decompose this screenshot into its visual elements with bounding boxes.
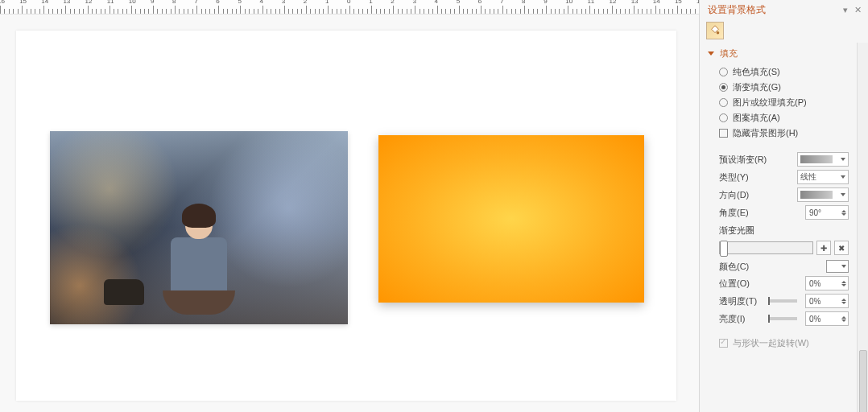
radio-icon bbox=[719, 113, 728, 122]
chevron-down-icon bbox=[841, 265, 846, 268]
remove-stop-button[interactable]: ✖ bbox=[834, 241, 849, 255]
gradient-controls: 预设渐变(R) 类型(Y) 线性 方向(D) 角度(E) 90° bbox=[700, 146, 857, 332]
up-icon bbox=[841, 210, 846, 212]
panel-header-buttons: ▾ ✕ bbox=[843, 5, 862, 15]
panel-close-icon[interactable]: ✕ bbox=[854, 5, 862, 15]
down-icon bbox=[841, 302, 846, 304]
position-spinner[interactable]: 0% bbox=[805, 276, 849, 290]
horizontal-ruler: 1615141312111098765432101234567891011121… bbox=[0, 0, 699, 14]
preset-label: 预设渐变(R) bbox=[719, 154, 792, 166]
rotate-label: 与形状一起旋转(W) bbox=[733, 337, 809, 349]
stops-label: 渐变光圈 bbox=[719, 223, 849, 238]
fill-tab-row bbox=[700, 19, 868, 43]
preset-swatch bbox=[800, 155, 833, 163]
bag-shape bbox=[104, 279, 144, 305]
brightness-slider[interactable] bbox=[768, 317, 797, 320]
preset-row: 预设渐变(R) bbox=[719, 152, 849, 167]
radio-icon bbox=[719, 83, 728, 92]
direction-swatch bbox=[800, 191, 833, 199]
down-icon bbox=[841, 319, 846, 322]
direction-row: 方向(D) bbox=[719, 187, 849, 202]
fill-section-header[interactable]: 填充 bbox=[700, 43, 857, 63]
checkbox-icon bbox=[719, 129, 728, 138]
gradient-stops-row: ✚ ✖ bbox=[719, 241, 849, 255]
color-row: 颜色(C) bbox=[719, 260, 849, 273]
fill-options: 纯色填充(S) 渐变填充(G) 图片或纹理填充(P) 图案填充(A) 隐藏背景图… bbox=[700, 63, 857, 146]
transparency-value: 0% bbox=[809, 297, 820, 306]
option-label: 渐变填充(G) bbox=[733, 81, 781, 93]
down-icon bbox=[841, 284, 846, 286]
color-label: 颜色(C) bbox=[719, 261, 821, 273]
type-value: 线性 bbox=[800, 171, 816, 183]
chevron-down-icon bbox=[841, 158, 845, 161]
option-solid-fill[interactable]: 纯色填充(S) bbox=[719, 64, 847, 80]
slide[interactable] bbox=[16, 31, 676, 401]
panel-inner: 填充 纯色填充(S) 渐变填充(G) 图片或纹理填充(P) 图案填充(A) 隐藏… bbox=[700, 43, 857, 412]
type-label: 类型(Y) bbox=[719, 171, 792, 183]
legs bbox=[163, 290, 235, 315]
scrollbar-thumb[interactable] bbox=[859, 350, 867, 412]
panel-title: 设置背景格式 bbox=[708, 3, 766, 17]
angle-value: 90° bbox=[809, 208, 821, 217]
canvas-area: 1615141312111098765432101234567891011121… bbox=[0, 0, 699, 412]
angle-spinner[interactable]: 90° bbox=[805, 205, 849, 220]
spinner-buttons[interactable] bbox=[841, 210, 846, 216]
rotate-with-shape-row[interactable]: 与形状一起旋转(W) bbox=[700, 332, 857, 352]
option-label: 隐藏背景图形(H) bbox=[733, 127, 798, 139]
slide-viewport[interactable] bbox=[0, 14, 699, 412]
option-hide-bg[interactable]: 隐藏背景图形(H) bbox=[719, 126, 847, 141]
position-value: 0% bbox=[809, 279, 820, 288]
gradient-rectangle[interactable] bbox=[378, 135, 644, 303]
up-icon bbox=[841, 281, 846, 283]
chevron-down-icon bbox=[841, 193, 845, 196]
spinner-buttons[interactable] bbox=[841, 316, 846, 322]
preset-dropdown[interactable] bbox=[797, 152, 849, 167]
brightness-row: 亮度(I) 0% bbox=[719, 311, 849, 326]
app-root: 1615141312111098765432101234567891011121… bbox=[0, 0, 868, 412]
transparency-slider[interactable] bbox=[768, 299, 797, 303]
brightness-label: 亮度(I) bbox=[719, 313, 760, 325]
hair bbox=[182, 204, 216, 228]
transparency-row: 透明度(T) 0% bbox=[719, 294, 849, 308]
option-label: 纯色填充(S) bbox=[733, 66, 780, 78]
photo-image[interactable] bbox=[50, 131, 348, 324]
option-gradient-fill[interactable]: 渐变填充(G) bbox=[719, 80, 847, 95]
color-picker[interactable] bbox=[826, 260, 849, 273]
svg-point-0 bbox=[717, 31, 720, 35]
panel-menu-icon[interactable]: ▾ bbox=[843, 5, 848, 15]
fill-section-label: 填充 bbox=[720, 48, 738, 58]
chevron-down-icon bbox=[841, 175, 845, 179]
head bbox=[185, 208, 213, 239]
spinner-buttons[interactable] bbox=[841, 281, 846, 286]
panel-header: 设置背景格式 ▾ ✕ bbox=[700, 0, 868, 19]
gradient-stops-bar[interactable] bbox=[719, 241, 813, 254]
stop-handle[interactable] bbox=[720, 241, 728, 257]
panel-body: 填充 纯色填充(S) 渐变填充(G) 图片或纹理填充(P) 图案填充(A) 隐藏… bbox=[700, 43, 868, 412]
direction-label: 方向(D) bbox=[719, 189, 792, 201]
brightness-value: 0% bbox=[809, 315, 820, 323]
checkbox-icon bbox=[719, 339, 728, 348]
up-icon bbox=[841, 316, 846, 319]
position-label: 位置(O) bbox=[719, 278, 800, 290]
option-picture-fill[interactable]: 图片或纹理填充(P) bbox=[719, 95, 847, 110]
angle-label: 角度(E) bbox=[719, 207, 800, 219]
position-row: 位置(O) 0% bbox=[719, 276, 849, 290]
collapse-icon bbox=[708, 52, 714, 56]
direction-dropdown[interactable] bbox=[797, 187, 849, 202]
option-label: 图片或纹理填充(P) bbox=[733, 97, 807, 109]
brightness-spinner[interactable]: 0% bbox=[805, 311, 849, 326]
transparency-spinner[interactable]: 0% bbox=[805, 294, 849, 308]
type-dropdown[interactable]: 线性 bbox=[797, 170, 849, 184]
angle-row: 角度(E) 90° bbox=[719, 205, 849, 220]
add-stop-button[interactable]: ✚ bbox=[816, 241, 831, 255]
radio-icon bbox=[719, 68, 728, 76]
up-icon bbox=[841, 299, 846, 301]
torso bbox=[171, 237, 227, 294]
option-pattern-fill[interactable]: 图案填充(A) bbox=[719, 110, 847, 126]
fill-tab-icon[interactable] bbox=[706, 22, 724, 39]
person-shape bbox=[163, 208, 235, 321]
transparency-label: 透明度(T) bbox=[719, 295, 760, 307]
spinner-buttons[interactable] bbox=[841, 299, 846, 304]
radio-icon bbox=[719, 98, 728, 107]
panel-scrollbar[interactable] bbox=[857, 43, 868, 412]
